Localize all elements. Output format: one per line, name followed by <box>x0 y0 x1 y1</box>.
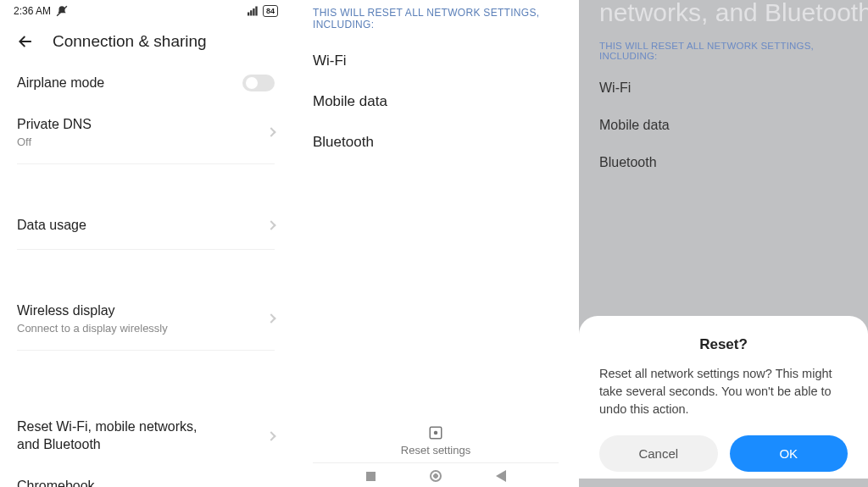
dialog-body: Reset all network settings now? This mig… <box>599 365 848 418</box>
chevron-right-icon <box>266 431 275 440</box>
svg-point-2 <box>434 431 438 435</box>
list-item-mobile: Mobile data <box>599 107 848 144</box>
airplane-toggle[interactable] <box>242 75 275 91</box>
reset-list: Wi-Fi Mobile data Bluetooth <box>292 30 579 173</box>
data-usage-row[interactable]: Data usage <box>17 205 275 251</box>
chromebook-row[interactable]: Chromebook Your phone is not linked to a… <box>17 466 275 487</box>
home-icon[interactable] <box>430 470 442 482</box>
list-item-bluetooth: Bluetooth <box>313 122 559 163</box>
private-dns-row[interactable]: Private DNS Off <box>17 104 275 164</box>
chevron-right-icon <box>266 314 275 324</box>
dialog-actions: Cancel OK <box>599 435 848 472</box>
reset-icon <box>428 425 443 440</box>
back-icon[interactable] <box>496 470 506 482</box>
reset-dialog: Reset? Reset all network settings now? T… <box>579 316 868 487</box>
wdisplay-label: Wireless display <box>17 302 168 320</box>
wireless-display-row[interactable]: Wireless display Connect to a display wi… <box>17 291 275 351</box>
settings-list: Airplane mode Private DNS Off Data usage… <box>0 63 292 487</box>
status-right: 84 <box>248 5 278 17</box>
status-left: 2:36 AM <box>14 5 68 17</box>
ok-button[interactable]: OK <box>730 435 849 472</box>
reset-network-row[interactable]: Reset Wi-Fi, mobile networks, and Blueto… <box>17 407 275 466</box>
cancel-button[interactable]: Cancel <box>599 435 718 472</box>
time-text: 2:36 AM <box>14 5 51 17</box>
chevron-right-icon <box>266 127 275 136</box>
battery-indicator: 84 <box>263 5 278 17</box>
chevron-right-icon <box>266 220 275 230</box>
reset-label: Reset Wi-Fi, mobile networks, and Blueto… <box>17 418 220 454</box>
android-navbar <box>292 465 579 487</box>
list-item-bluetooth: Bluetooth <box>599 144 848 181</box>
back-arrow-icon[interactable] <box>14 32 32 51</box>
reset-list: Wi-Fi Mobile data Bluetooth <box>579 61 868 190</box>
dns-label: Private DNS <box>17 116 92 134</box>
list-item-wifi: Wi-Fi <box>599 69 848 107</box>
divider <box>313 462 559 463</box>
airplane-label: Airplane mode <box>17 75 104 92</box>
signal-icon <box>248 6 259 16</box>
list-item-wifi: Wi-Fi <box>313 41 559 81</box>
reset-notice: THIS WILL RESET ALL NETWORK SETTINGS, IN… <box>292 0 579 30</box>
reset-button-label: Reset settings <box>292 444 579 457</box>
page-title: Connection & sharing <box>53 32 207 51</box>
settings-screen: 2:36 AM 84 Connection & sharing Airplane… <box>0 0 292 487</box>
data-usage-label: Data usage <box>17 217 86 235</box>
status-bar: 2:36 AM 84 <box>0 0 292 17</box>
airplane-mode-row[interactable]: Airplane mode <box>17 63 275 104</box>
list-item-mobile: Mobile data <box>313 81 559 122</box>
dialog-title: Reset? <box>599 336 848 353</box>
reset-settings-screen: THIS WILL RESET ALL NETWORK SETTINGS, IN… <box>292 0 579 487</box>
bell-mute-icon <box>56 5 68 17</box>
chromebook-label: Chromebook <box>17 478 222 487</box>
wdisplay-sub: Connect to a display wirelessly <box>17 322 168 335</box>
reset-notice: THIS WILL RESET ALL NETWORK SETTINGS, IN… <box>579 30 868 61</box>
dns-sub: Off <box>17 136 92 148</box>
reset-settings-button[interactable]: Reset settings <box>292 425 579 457</box>
recents-icon[interactable] <box>366 472 376 481</box>
partial-header-text: networks, and Bluetooth <box>579 0 868 30</box>
page-header: Connection & sharing <box>0 17 292 63</box>
bottom-strip <box>579 479 868 487</box>
reset-confirm-screen: networks, and Bluetooth THIS WILL RESET … <box>579 0 868 487</box>
